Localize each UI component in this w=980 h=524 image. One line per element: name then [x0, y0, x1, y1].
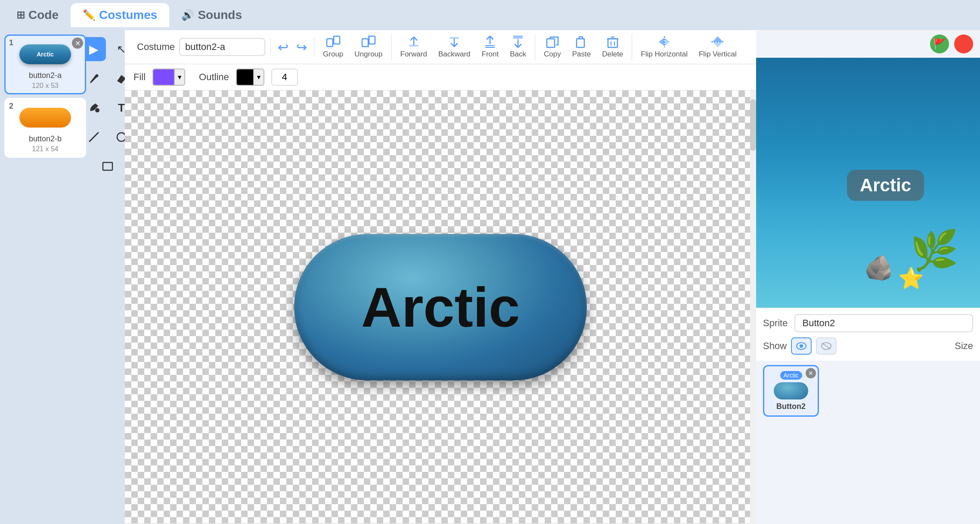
- sprite-label: Sprite: [763, 318, 788, 329]
- copy-label: Copy: [544, 50, 561, 59]
- costume-list: 1 ✕ Arctic button2-a 120 x 53 2 button2-…: [0, 30, 90, 524]
- sprite-row: Sprite: [763, 314, 973, 332]
- tab-costumes-label: Costumes: [99, 8, 157, 22]
- stage-canvas: Arctic 🌿 🪨 ⭐: [756, 58, 980, 308]
- front-label: Front: [482, 50, 499, 59]
- main-area: 1 ✕ Arctic button2-a 120 x 53 2 button2-…: [0, 30, 980, 524]
- ungroup-label: Ungroup: [354, 50, 382, 59]
- paste-label: Paste: [572, 50, 591, 59]
- costume-name-input[interactable]: [179, 38, 265, 56]
- costume-icon: ✏️: [83, 9, 96, 21]
- svg-rect-6: [334, 36, 340, 44]
- editor-toolbar: Costume ↩ ↪ Group Ungroup: [125, 30, 756, 64]
- group-label: Group: [323, 50, 343, 59]
- undo-redo-section: ↩ ↪: [271, 38, 314, 56]
- stage-panel: 🚩 Arctic 🌿 🪨 ⭐ Sprite Show: [756, 30, 980, 524]
- copy-button[interactable]: Copy: [540, 34, 564, 60]
- svg-rect-5: [327, 39, 333, 47]
- costume-size-2: 121 x 54: [32, 145, 58, 153]
- svg-rect-8: [369, 36, 375, 44]
- show-row: Show Size: [763, 337, 973, 355]
- sprite-info: Sprite Show Size: [756, 308, 980, 361]
- sprite-thumb-name: Button2: [776, 402, 806, 411]
- draw-tools: ▶ ↖ T: [90, 30, 125, 524]
- stop-button[interactable]: [954, 34, 973, 53]
- layer-section: Forward Backward Front Back: [392, 34, 535, 60]
- costume-preview-label-1: Arctic: [37, 51, 54, 58]
- ungroup-button[interactable]: Ungroup: [351, 34, 386, 60]
- outline-size-input[interactable]: [271, 69, 298, 86]
- show-hidden-button[interactable]: [816, 337, 837, 355]
- svg-point-24: [800, 344, 803, 348]
- fill-label: Fill: [133, 72, 146, 83]
- fill-outline-row: Fill ▼ Outline ▼: [125, 64, 756, 90]
- costume-name-1: button2-a: [29, 71, 62, 80]
- group-button[interactable]: Group: [319, 34, 347, 60]
- tab-costumes[interactable]: ✏️ Costumes: [71, 3, 169, 27]
- tab-code[interactable]: ⊞ Code: [4, 3, 71, 27]
- outline-color-control: ▼: [236, 69, 264, 86]
- front-button[interactable]: Front: [478, 34, 502, 60]
- editor-area: Costume ↩ ↪ Group Ungroup: [125, 30, 756, 524]
- canvas-wrapper: Arctic: [125, 90, 756, 524]
- flip-section: Flip Horizontal Flip Vertical: [632, 34, 745, 60]
- canvas[interactable]: Arctic: [125, 90, 756, 524]
- green-flag-button[interactable]: 🚩: [930, 34, 949, 53]
- svg-rect-11: [450, 37, 459, 39]
- forward-button[interactable]: Forward: [397, 34, 431, 60]
- sprite-thumb-button2[interactable]: ✕ Arctic Button2: [763, 365, 819, 417]
- paste-button[interactable]: Paste: [569, 34, 594, 60]
- undo-button[interactable]: ↩: [276, 38, 290, 56]
- tab-code-label: Code: [28, 8, 59, 22]
- redo-button[interactable]: ↪: [295, 38, 309, 56]
- svg-rect-17: [577, 39, 584, 47]
- costume-preview-btn-2: [19, 108, 71, 128]
- svg-rect-7: [362, 39, 368, 47]
- show-label: Show: [763, 340, 787, 352]
- costume-delete-1[interactable]: ✕: [72, 37, 83, 49]
- svg-rect-4: [103, 162, 112, 170]
- svg-rect-10: [409, 45, 419, 47]
- scrollbar-thumb: [750, 99, 756, 151]
- flip-h-button[interactable]: Flip Horizontal: [637, 34, 691, 60]
- canvas-scrollbar[interactable]: [750, 90, 756, 524]
- delete-button[interactable]: Delete: [599, 34, 626, 60]
- sound-icon: 🔊: [181, 9, 194, 21]
- sprite-name-input[interactable]: [794, 314, 973, 332]
- flip-h-label: Flip Horizontal: [641, 50, 688, 59]
- fill-dropdown-arrow[interactable]: ▼: [175, 69, 185, 86]
- size-label: Size: [955, 340, 973, 352]
- tab-sounds[interactable]: 🔊 Sounds: [169, 3, 254, 27]
- svg-point-1: [95, 108, 99, 112]
- arctic-button[interactable]: Arctic: [294, 234, 587, 381]
- svg-rect-16: [547, 39, 555, 47]
- delete-label: Delete: [602, 50, 623, 59]
- tab-sounds-label: Sounds: [198, 8, 242, 22]
- show-visible-button[interactable]: [791, 337, 812, 355]
- costume-size-1: 120 x 53: [32, 82, 58, 90]
- svg-marker-0: [117, 75, 126, 84]
- stage-header: 🚩: [756, 30, 980, 58]
- sprite-thumb-tag: Arctic: [780, 371, 802, 380]
- sprite-thumb-preview: [774, 382, 808, 399]
- costume-name-2: button2-b: [29, 134, 62, 143]
- sprite-thumb-delete[interactable]: ✕: [806, 368, 816, 378]
- outline-color-swatch[interactable]: [236, 69, 254, 86]
- fill-color-control: ▼: [152, 69, 185, 86]
- code-icon: ⊞: [16, 9, 25, 21]
- costume-preview-2: [15, 103, 75, 133]
- costume-item-1[interactable]: 1 ✕ Arctic button2-a 120 x 53: [4, 34, 86, 94]
- tab-bar: ⊞ Code ✏️ Costumes 🔊 Sounds: [0, 0, 980, 30]
- sprite-thumbnails: ✕ Arctic Button2: [756, 361, 980, 421]
- tool-rect[interactable]: [96, 154, 120, 178]
- costume-name-section: Costume: [132, 38, 271, 56]
- back-button[interactable]: Back: [506, 34, 530, 60]
- flip-v-label: Flip Vertical: [699, 50, 737, 59]
- flip-v-button[interactable]: Flip Vertical: [695, 34, 740, 60]
- arrange-section: Group Ungroup: [314, 34, 391, 60]
- fill-color-swatch[interactable]: [152, 69, 175, 86]
- svg-point-3: [117, 133, 126, 141]
- costume-item-2[interactable]: 2 button2-b 121 x 54: [4, 98, 86, 158]
- outline-dropdown-arrow[interactable]: ▼: [254, 69, 264, 86]
- backward-button[interactable]: Backward: [435, 34, 474, 60]
